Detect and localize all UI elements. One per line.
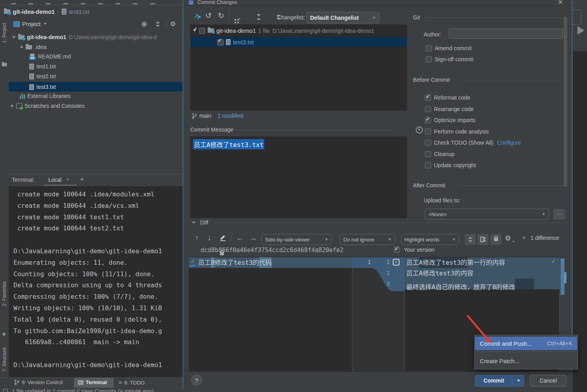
changes-file-row-selected[interactable]: test3.txt (190, 37, 407, 47)
collapse-unchanged-button[interactable] (465, 234, 476, 245)
menu-item-create-patch[interactable]: Create Patch... (475, 354, 577, 368)
locate-icon[interactable]: ⊕ (141, 20, 147, 28)
diff-collapse-icon[interactable] (192, 222, 195, 224)
collapsed-icon[interactable] (11, 104, 14, 107)
breadcrumb-chevron: › (57, 8, 59, 15)
tree-row-root[interactable]: git-idea-demo1 D:\JavaLearning\git-demo\… (12, 34, 157, 40)
signoff-commit-label: Sign-off commit (435, 56, 473, 62)
menubar-clipped (0, 0, 183, 5)
tree-row-readme[interactable]: MD README.md (29, 53, 71, 60)
code-analysis-checkbox[interactable] (425, 128, 431, 135)
status-bar: 1 file updated in 1 commit // View Commi… (0, 388, 183, 392)
libraries-icon (20, 94, 25, 99)
commit-button[interactable]: Commit (475, 375, 513, 386)
stripe-project[interactable]: 1: Project (2, 23, 7, 43)
stripe-favorites[interactable]: 2: Favorites (2, 281, 7, 306)
chevron-down-icon[interactable] (44, 23, 46, 25)
status-window-icon (3, 389, 8, 392)
tree-row-idea[interactable]: .idea (21, 44, 46, 50)
breadcrumb-file[interactable]: test3.txt (69, 8, 90, 15)
run-play-icon[interactable] (578, 26, 584, 35)
check-todo-checkbox[interactable] (425, 139, 431, 146)
amend-commit-checkbox[interactable] (426, 45, 432, 51)
previous-difference-icon[interactable]: ↑ (195, 234, 199, 242)
commit-dropdown-button[interactable] (513, 375, 524, 386)
collapse-all-icon[interactable] (155, 21, 161, 27)
help-button[interactable]: ? (191, 375, 202, 386)
file-icon (29, 84, 34, 90)
upload-files-dropdown[interactable]: <None> ▼ (425, 209, 549, 220)
ignore-policy-dropdown[interactable]: Do not ignore▼ (340, 234, 395, 245)
chevron-down-icon (517, 380, 520, 382)
file-checkbox[interactable] (217, 39, 223, 45)
difference-count: 1 difference (530, 235, 559, 241)
expand-all-icon[interactable] (256, 14, 261, 20)
highlight-mode-dropdown[interactable]: Highlight words▼ (401, 234, 459, 245)
diff-settings-gear-icon[interactable]: ⚙ (505, 234, 511, 243)
applied-check-icon[interactable]: ✓ (190, 258, 195, 265)
your-version-label: Your version (404, 247, 434, 253)
browse-button[interactable]: ... (553, 209, 565, 220)
stripe-structure[interactable]: 7: Structure (2, 347, 7, 372)
edit-source-icon[interactable] (220, 233, 227, 241)
expanded-icon[interactable] (12, 36, 15, 38)
tab-todo[interactable]: ≡ 6: TODO (119, 379, 145, 386)
terminal-console[interactable]: create mode 100644 .idea/modules.xml cre… (13, 189, 183, 375)
commit-changes-dialog: Commit Changes × ↺ ↻ Changelist: Default… (183, 0, 572, 389)
group-by-icon[interactable] (235, 19, 236, 21)
tree-row-test3-selected[interactable]: test3.txt (9, 82, 183, 92)
your-version-checkbox[interactable] (394, 247, 400, 253)
background-right-strip (573, 0, 587, 392)
annotation-arrow (455, 308, 506, 356)
cancel-button[interactable]: Cancel (530, 375, 566, 386)
tab-close-icon[interactable]: × (66, 176, 69, 183)
modified-count-link[interactable]: 1 modified (218, 113, 243, 119)
changes-root-row[interactable]: git-idea-demo1 1 file D:\JavaLearning\gi… (193, 27, 374, 34)
refresh-icon[interactable]: ↻ (218, 11, 224, 20)
include-change-checkbox[interactable]: ✓ (393, 259, 400, 266)
changes-tree: git-idea-demo1 1 file D:\JavaLearning\gi… (190, 24, 407, 111)
chevron-down-icon: ▼ (369, 16, 376, 20)
configure-link[interactable]: Configure (497, 139, 521, 146)
viewer-mode-dropdown[interactable]: Side-by-side viewer▼ (261, 234, 332, 245)
tree-root-path: D:\JavaLearning\git-demo\git-idea-d (69, 34, 157, 40)
synchronize-scrolling-button[interactable] (477, 234, 489, 245)
next-change-icon[interactable]: → (250, 234, 257, 242)
tree-row-scratches[interactable]: Scratches and Consoles (11, 103, 85, 109)
cleanup-checkbox[interactable] (425, 151, 431, 157)
applied-check-icon[interactable]: ✓ (551, 258, 556, 265)
commit-icon[interactable] (193, 12, 201, 21)
signoff-commit-checkbox[interactable] (426, 56, 432, 62)
reformat-code-checkbox[interactable] (425, 94, 431, 101)
dialog-scrollbar[interactable] (564, 17, 567, 187)
diff-left-pane[interactable]: ✓ 员工B修改了test3的代码 (189, 257, 352, 372)
tab-version-control[interactable]: 9: Version Control (14, 379, 62, 385)
tab-terminal[interactable]: >_ Terminal (74, 378, 114, 388)
collapsed-icon[interactable] (21, 45, 23, 49)
changelist-dropdown[interactable]: Default Changelist ▼ (307, 12, 379, 23)
next-difference-icon[interactable]: ↓ (208, 234, 211, 242)
more-chevrons[interactable]: » (522, 234, 526, 241)
disable-editing-button[interactable] (490, 234, 502, 245)
history-clock-icon[interactable] (416, 126, 423, 134)
rollback-icon[interactable]: ↺ (205, 11, 212, 20)
group-by-caret-icon (239, 18, 241, 20)
terminal-tab-local[interactable]: Local (48, 177, 61, 183)
git-branch-icon (14, 379, 19, 385)
breadcrumb-project[interactable]: git-idea-demo1 (13, 8, 55, 15)
prev-change-icon[interactable]: ← (236, 234, 243, 242)
optimize-imports-checkbox[interactable] (425, 117, 431, 123)
tree-row-test2[interactable]: test2.txt (29, 73, 56, 79)
tree-row-test1[interactable]: test1.txt (29, 63, 56, 70)
root-checkbox[interactable] (199, 28, 205, 34)
project-view-title[interactable]: Project (22, 21, 41, 27)
amend-commit-label: Amend commit (435, 45, 471, 51)
gear-icon[interactable]: ⚙ (170, 20, 176, 28)
lock-icon (494, 238, 498, 241)
commit-message-editor[interactable]: 员工A修改了test3.txt (190, 136, 407, 218)
rearrange-code-checkbox[interactable] (425, 106, 431, 112)
author-input[interactable] (449, 28, 563, 39)
update-copyright-checkbox[interactable] (425, 162, 431, 168)
tree-row-external-libraries[interactable]: External Libraries (20, 93, 70, 99)
new-terminal-tab-icon[interactable]: + (80, 175, 84, 184)
